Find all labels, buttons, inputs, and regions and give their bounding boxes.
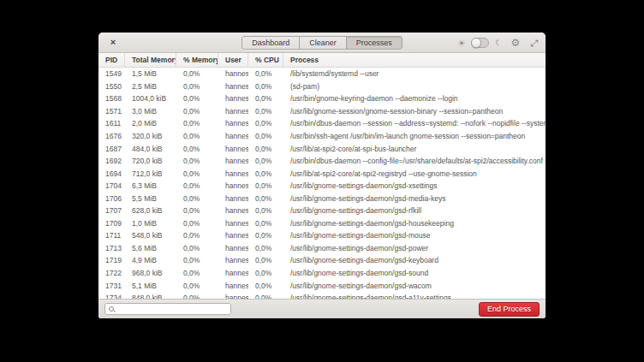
system-monitor-window: × Dashboard Cleaner Processes ☀ ☾ ⚙ ⤢ PI… xyxy=(98,33,546,318)
cell-cpu_pct: 0,0% xyxy=(248,206,283,215)
column-header-user[interactable]: User xyxy=(218,53,248,67)
cell-user: hannes xyxy=(218,219,248,228)
process-row[interactable]: 17315,1 MiB0,0%hannes0,0%/usr/lib/gnome-… xyxy=(98,279,546,292)
cell-cpu_pct: 0,0% xyxy=(248,269,283,277)
cell-memory: 1004,0 kiB xyxy=(125,94,176,103)
column-header-pid[interactable]: PID xyxy=(98,53,125,67)
theme-toggle-switch[interactable] xyxy=(471,38,489,48)
cell-memory: 720,0 kiB xyxy=(125,157,176,165)
cell-mem_pct: 0,0% xyxy=(176,219,218,228)
cell-memory: 968,0 kiB xyxy=(125,269,176,277)
cell-memory: 4,9 MiB xyxy=(125,256,176,264)
cell-user: hannes xyxy=(218,269,248,277)
cell-mem_pct: 0,0% xyxy=(176,157,218,165)
cell-mem_pct: 0,0% xyxy=(176,231,218,240)
cell-user: hannes xyxy=(218,82,248,91)
column-header-memory-pct[interactable]: % Memory xyxy=(176,53,218,67)
process-row[interactable]: 1692720,0 kiB0,0%hannes0,0%/usr/bin/dbus… xyxy=(98,155,546,168)
process-row[interactable]: 15502,5 MiB0,0%hannes0,0%(sd-pam) xyxy=(98,80,546,93)
headerbar-icons: ☀ ☾ ⚙ ⤢ xyxy=(457,33,538,53)
cell-memory: 3,0 MiB xyxy=(125,107,176,116)
cell-mem_pct: 0,0% xyxy=(176,169,218,178)
cell-pid: 1694 xyxy=(98,169,125,178)
cell-pid: 1568 xyxy=(98,94,125,103)
process-row[interactable]: 1734848,0 kiB0,0%hannes0,0%/usr/lib/gnom… xyxy=(98,292,546,299)
process-row[interactable]: 1722968,0 kiB0,0%hannes0,0%/usr/lib/gnom… xyxy=(98,267,546,280)
cell-cpu_pct: 0,0% xyxy=(248,132,283,140)
cell-pid: 1711 xyxy=(98,231,125,240)
cell-mem_pct: 0,0% xyxy=(176,181,218,190)
process-row[interactable]: 17135,6 MiB0,0%hannes0,0%/usr/lib/gnome-… xyxy=(98,242,546,255)
cell-process: /usr/lib/at-spi2-core/at-spi-bus-launche… xyxy=(283,145,546,153)
cell-cpu_pct: 0,0% xyxy=(248,256,283,264)
cell-memory: 484,0 kiB xyxy=(125,145,176,153)
cell-user: hannes xyxy=(218,119,248,128)
cell-mem_pct: 0,0% xyxy=(176,244,218,252)
cell-pid: 1707 xyxy=(98,206,125,215)
cell-user: hannes xyxy=(218,206,248,215)
cell-cpu_pct: 0,0% xyxy=(248,181,283,190)
process-row[interactable]: 1707628,0 kiB0,0%hannes0,0%/usr/lib/gnom… xyxy=(98,205,546,217)
cell-user: hannes xyxy=(218,181,248,190)
cell-mem_pct: 0,0% xyxy=(176,269,218,277)
search-field[interactable] xyxy=(104,303,231,315)
process-row[interactable]: 15681004,0 kiB0,0%hannes0,0%/usr/bin/gno… xyxy=(98,92,546,105)
search-icon xyxy=(109,306,114,312)
settings-gear-button[interactable]: ⚙ xyxy=(510,37,520,49)
cell-memory: 5,1 MiB xyxy=(125,282,176,290)
process-row[interactable]: 1694712,0 kiB0,0%hannes0,0%/usr/lib/at-s… xyxy=(98,167,546,180)
cell-mem_pct: 0,0% xyxy=(176,206,218,215)
column-header-total-memory[interactable]: Total Memory xyxy=(125,53,176,67)
process-row[interactable]: 17046,3 MiB0,0%hannes0,0%/usr/lib/gnome-… xyxy=(98,180,546,193)
cell-process: /usr/lib/gnome-settings-daemon/gsd-rfkil… xyxy=(283,206,546,215)
cell-cpu_pct: 0,0% xyxy=(248,94,283,103)
process-row[interactable]: 15713,0 MiB0,0%hannes0,0%/usr/lib/gnome-… xyxy=(98,105,546,118)
cell-process: /usr/bin/dbus-daemon --config-file=/usr/… xyxy=(283,157,546,165)
end-process-button[interactable]: End Process xyxy=(479,302,540,317)
cell-user: hannes xyxy=(218,169,248,178)
cell-pid: 1611 xyxy=(98,119,125,128)
cell-mem_pct: 0,0% xyxy=(176,69,218,78)
cell-mem_pct: 0,0% xyxy=(176,145,218,153)
cell-memory: 2,5 MiB xyxy=(125,82,176,91)
cell-user: hannes xyxy=(218,157,248,165)
cell-user: hannes xyxy=(218,132,248,140)
cell-cpu_pct: 0,0% xyxy=(248,169,283,178)
fullscreen-expand-button[interactable]: ⤢ xyxy=(530,38,538,49)
cell-process: /usr/bin/ssh-agent /usr/bin/im-launch gn… xyxy=(283,132,546,140)
process-row[interactable]: 1687484,0 kiB0,0%hannes0,0%/usr/lib/at-s… xyxy=(98,142,546,155)
cell-user: hannes xyxy=(218,145,248,153)
process-row[interactable]: 17091,0 MiB0,0%hannes0,0%/usr/lib/gnome-… xyxy=(98,217,546,230)
cell-memory: 5,6 MiB xyxy=(125,244,176,252)
close-button[interactable]: × xyxy=(107,36,119,48)
search-input[interactable] xyxy=(116,305,230,313)
cell-cpu_pct: 0,0% xyxy=(248,82,283,91)
tab-cleaner[interactable]: Cleaner xyxy=(300,37,347,49)
cell-user: hannes xyxy=(218,94,248,103)
column-header-process[interactable]: Process xyxy=(283,53,546,67)
cell-process: /usr/lib/gnome-settings-daemon/gsd-house… xyxy=(283,219,546,228)
headerbar: × Dashboard Cleaner Processes ☀ ☾ ⚙ ⤢ xyxy=(98,33,546,53)
tab-dashboard[interactable]: Dashboard xyxy=(242,37,300,49)
process-row[interactable]: 15491,5 MiB0,0%hannes0,0%/lib/systemd/sy… xyxy=(98,68,546,80)
cell-memory: 628,0 kiB xyxy=(125,206,176,215)
cell-process: (sd-pam) xyxy=(283,82,546,91)
cell-process: /usr/lib/gnome-settings-daemon/gsd-xsett… xyxy=(283,181,546,190)
cell-process: /usr/bin/gnome-keyring-daemon --daemoniz… xyxy=(283,94,546,103)
cell-mem_pct: 0,0% xyxy=(176,82,218,91)
tab-processes[interactable]: Processes xyxy=(347,37,402,49)
process-row[interactable]: 16112,0 MiB0,0%hannes0,0%/usr/bin/dbus-d… xyxy=(98,117,546,130)
process-row[interactable]: 1676320,0 kiB0,0%hannes0,0%/usr/bin/ssh-… xyxy=(98,130,546,143)
cell-process: /usr/lib/gnome-settings-daemon/gsd-sound xyxy=(283,269,546,277)
cell-memory: 2,0 MiB xyxy=(125,119,176,128)
process-row[interactable]: 17065,5 MiB0,0%hannes0,0%/usr/lib/gnome-… xyxy=(98,192,546,205)
cell-user: hannes xyxy=(218,282,248,290)
column-header-cpu-pct[interactable]: % CPU xyxy=(248,53,283,67)
cell-user: hannes xyxy=(218,194,248,203)
cell-memory: 712,0 kiB xyxy=(125,169,176,178)
process-row[interactable]: 1711548,0 kiB0,0%hannes0,0%/usr/lib/gnom… xyxy=(98,229,546,242)
process-table-body: 15491,5 MiB0,0%hannes0,0%/lib/systemd/sy… xyxy=(98,68,546,299)
process-table-header: PID Total Memory % Memory User % CPU Pro… xyxy=(98,53,546,68)
process-row[interactable]: 17194,9 MiB0,0%hannes0,0%/usr/lib/gnome-… xyxy=(98,254,546,267)
cell-memory: 6,3 MiB xyxy=(125,181,176,190)
